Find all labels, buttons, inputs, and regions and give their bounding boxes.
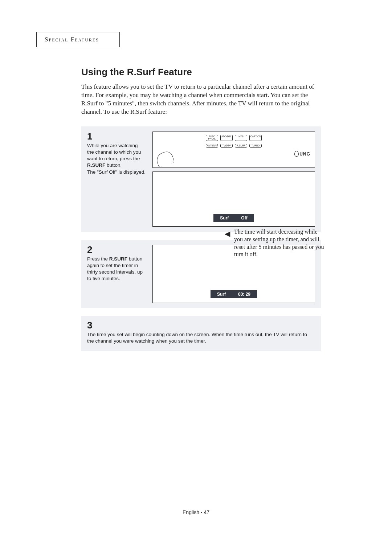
remote-btn-add-del: ADD/DEL xyxy=(220,135,233,141)
remote-brand-text: UNG xyxy=(153,150,315,157)
remote-btn-turbo: TURBO xyxy=(249,144,262,148)
intro-paragraph: This feature allows you to set the TV to… xyxy=(81,83,321,116)
remote-btn-caption: CAPTION xyxy=(249,135,262,141)
step-2-number: 2 xyxy=(87,245,146,254)
osd-label-1: Surf xyxy=(220,215,229,221)
step-1-number: 1 xyxy=(87,132,146,141)
left-arrow-icon: ◀ xyxy=(225,229,230,238)
osd-value-2: 00: 29 xyxy=(238,292,250,297)
remote-btn-mts: MTS xyxy=(235,135,247,141)
step-1-button-name: R.SURF xyxy=(87,162,105,168)
osd-bar-2: Surf 00: 29 xyxy=(211,290,257,298)
osd-value-1: Off xyxy=(241,215,247,221)
step-2-button-name: R.SURF xyxy=(109,256,127,262)
step-3-block: 3 The time you set will begin counting d… xyxy=(81,316,321,351)
side-note-text: The time will start decreasing while you… xyxy=(234,229,324,257)
step-2-text-a: Press the xyxy=(87,256,109,262)
remote-btn-rsurf: R.SURF xyxy=(235,144,247,148)
remote-btn-tvdtv: TV/DTV xyxy=(220,144,233,148)
page-footer: English - 47 xyxy=(0,509,392,515)
page-title: Using the R.Surf Feature xyxy=(81,66,321,78)
osd-bar-1: Surf Off xyxy=(213,214,254,222)
side-note: ◀ The time will start decreasing while y… xyxy=(234,228,325,258)
remote-illustration: AUTO PROG. ADD/DEL MTS CAPTION ANTENNA T… xyxy=(152,132,315,168)
section-header-tab: Special Features xyxy=(36,32,120,47)
step-1-block: 1 While you are watching the channel to … xyxy=(81,126,321,232)
step-1-text-a: While you are watching the channel to wh… xyxy=(87,143,141,161)
tv-screen-illustration-1: Surf Off xyxy=(152,171,315,227)
osd-label-2: Surf xyxy=(217,292,226,297)
step-3-number: 3 xyxy=(87,320,315,330)
remote-btn-antenna: ANTENNA xyxy=(206,144,218,148)
step-3-text: The time you set will begin counting dow… xyxy=(87,332,307,344)
remote-btn-auto-prog: AUTO PROG. xyxy=(206,135,218,141)
section-header-text: Special Features xyxy=(45,36,99,43)
